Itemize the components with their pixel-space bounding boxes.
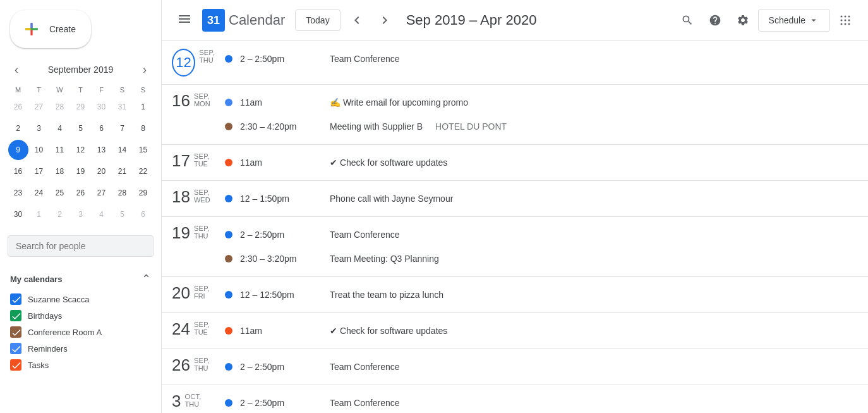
date-col: 20 SEP, FRI [162,282,225,304]
next-button[interactable] [373,9,396,32]
mini-cal-day[interactable]: 28 [50,97,70,117]
events-col: 11am ✍ Write email for upcoming promo 2:… [225,90,868,139]
hamburger-button[interactable] [172,6,197,35]
event-row[interactable]: 11am ✔ Check for software updates [225,151,868,174]
schedule-row[interactable]: 19 SEP, THU 2 – 2:50pm Team Conference 2… [162,217,868,277]
prev-button[interactable] [346,9,368,32]
events-col: 11am ✔ Check for software updates [225,318,868,343]
mini-cal-day[interactable]: 5 [112,204,133,225]
mini-cal-day[interactable]: 22 [133,161,154,182]
mini-cal-day[interactable]: 24 [29,183,49,203]
mini-cal-day[interactable]: 3 [71,204,91,225]
mini-cal-day[interactable]: 30 [8,204,28,225]
event-row[interactable]: 11am ✔ Check for software updates [225,319,868,342]
event-subtitle: HOTEL DU PONT [435,121,507,132]
mini-cal-day[interactable]: 29 [133,183,154,203]
mini-cal-day[interactable]: 27 [29,97,49,117]
event-row[interactable]: 12 – 1:50pm Phone call with Jayne Seymou… [225,187,868,210]
mini-cal-day[interactable]: 26 [8,97,28,117]
mini-cal-day[interactable]: 18 [50,161,70,182]
schedule-row[interactable]: 18 SEP, WED 12 – 1:50pm Phone call with … [162,181,868,217]
mini-cal-day[interactable]: 14 [112,140,133,160]
mini-cal-day[interactable]: 2 [8,118,28,139]
mini-cal-day[interactable]: 16 [8,161,28,182]
create-button[interactable]: Create [10,10,91,48]
mini-cal-day[interactable]: 1 [29,204,49,225]
schedule-row[interactable]: 26 SEP, THU 2 – 2:50pm Team Conference [162,349,868,385]
schedule-row[interactable]: 12 SEP, THU 2 – 2:50pm Team Conference [162,41,868,85]
event-row[interactable]: 2 – 2:50pm Team Conference [225,391,868,413]
mini-cal-day[interactable]: 29 [71,97,91,117]
calendar-item[interactable]: Suzanne Scacca [8,291,154,307]
mini-cal-day[interactable]: 30 [92,97,112,117]
event-time: 2 – 2:50pm [240,362,322,372]
schedule-row[interactable]: 24 SEP, TUE 11am ✔ Check for software up… [162,313,868,349]
logo-number: 31 [207,14,220,27]
event-row[interactable]: 12 – 12:50pm Treat the team to pizza lun… [225,283,868,306]
mini-cal-day[interactable]: 12 [71,140,91,160]
mini-cal-day[interactable]: 5 [71,118,91,139]
calendar-checkbox[interactable] [10,293,21,305]
calendar-item[interactable]: Birthdays [8,307,154,324]
app-name: Calendar [229,12,285,28]
search-people-input[interactable] [8,235,154,257]
calendar-checkbox[interactable] [10,343,21,354]
event-dot [225,99,232,106]
mini-cal-day[interactable]: 23 [8,183,28,203]
mini-cal-prev[interactable]: ‹ [8,61,25,78]
mini-cal-day[interactable]: 25 [50,183,70,203]
mini-cal-day[interactable]: 13 [92,140,112,160]
mini-cal-day[interactable]: 3 [29,118,49,139]
apps-button[interactable] [833,8,858,33]
mini-cal-day[interactable]: 7 [112,118,133,139]
mini-cal-day[interactable]: 6 [92,118,112,139]
calendar-item[interactable]: Conference Room A [8,324,154,340]
mini-cal-day[interactable]: 28 [112,183,133,203]
schedule-row[interactable]: 20 SEP, FRI 12 – 12:50pm Treat the team … [162,277,868,313]
calendar-item[interactable]: Tasks [8,357,154,373]
mini-cal-day[interactable]: 26 [71,183,91,203]
mini-cal-day[interactable]: 9 [8,140,28,160]
mini-cal-day[interactable]: 8 [133,118,154,139]
event-row[interactable]: 2 – 2:50pm Team Conference [225,355,868,378]
mini-cal-day[interactable]: 2 [50,204,70,225]
calendar-checkbox[interactable] [10,326,21,338]
mini-cal-next[interactable]: › [136,61,154,78]
calendars-section: My calendars ⌃ Suzanne Scacca Birthdays … [0,267,161,373]
event-row[interactable]: 11am ✍ Write email for upcoming promo [225,91,868,114]
event-row[interactable]: 2:30 – 3:20pm Team Meeting: Q3 Planning [225,247,868,270]
mini-cal-day[interactable]: 11 [50,140,70,160]
view-selector[interactable]: Schedule [758,9,830,32]
mini-cal-day[interactable]: 10 [29,140,49,160]
event-row[interactable]: 2:30 – 4:20pm Meeting with Supplier B HO… [225,115,868,138]
schedule-row[interactable]: 17 SEP, TUE 11am ✔ Check for software up… [162,145,868,181]
day-meta: SEP, WED [194,188,210,204]
mini-cal-day[interactable]: 20 [92,161,112,182]
my-calendars-header[interactable]: My calendars ⌃ [8,267,154,291]
today-button[interactable]: Today [295,9,340,31]
schedule-row[interactable]: 16 SEP, MON 11am ✍ Write email for upcom… [162,85,868,145]
search-button[interactable] [675,8,700,33]
mini-cal-day[interactable]: 27 [92,183,112,203]
day-month: SEP, [194,321,210,328]
calendar-checkbox[interactable] [10,359,21,371]
mini-cal-day[interactable]: 6 [133,204,154,225]
settings-button[interactable] [730,8,756,33]
mini-cal-day[interactable]: 1 [133,97,154,117]
mini-cal-day[interactable]: 17 [29,161,49,182]
main: 31 Calendar Today Sep 2019 – Apr 2020 S [162,0,868,413]
mini-cal-day[interactable]: 4 [92,204,112,225]
mini-cal-day[interactable]: 19 [71,161,91,182]
event-row[interactable]: 2 – 2:50pm Team Conference [225,223,868,246]
mini-cal-grid: M T W T F S S 26272829303112345678910111… [8,83,154,225]
mini-cal-day[interactable]: 31 [112,97,133,117]
schedule-row[interactable]: 3 OCT, THU 2 – 2:50pm Team Conference [162,385,868,413]
event-row[interactable]: 2 – 2:50pm Team Conference [225,47,868,70]
calendar-item[interactable]: Reminders [8,340,154,357]
mini-cal-day[interactable]: 21 [112,161,133,182]
mini-cal-day[interactable]: 4 [50,118,70,139]
calendar-checkbox[interactable] [10,310,21,321]
mini-cal-day[interactable]: 15 [133,140,154,160]
help-button[interactable] [702,8,728,33]
create-label: Create [49,24,76,34]
